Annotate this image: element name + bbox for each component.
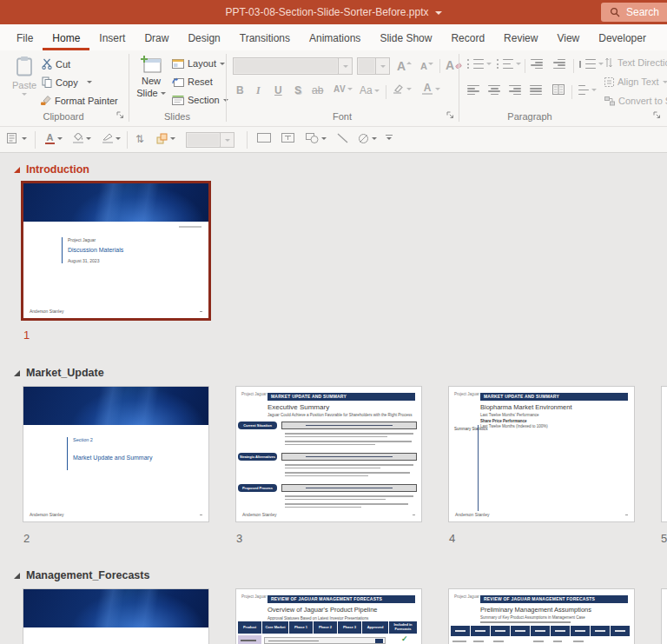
increase-indent-button[interactable] (553, 59, 565, 69)
separator (35, 131, 36, 149)
decrease-font-size-button[interactable]: A (420, 61, 433, 71)
tab-slide-show[interactable]: Slide Show (370, 25, 441, 50)
tab-animations[interactable]: Animations (300, 25, 370, 50)
tab-draw[interactable]: Draw (135, 25, 178, 50)
shape-outline-button[interactable] (102, 133, 121, 143)
convert-to-smartart-button[interactable]: Convert to S (604, 96, 667, 106)
copy-button[interactable]: Copy (42, 76, 92, 88)
font-size-combo[interactable] (357, 57, 390, 75)
align-right-button[interactable] (509, 85, 521, 95)
slide-thumbnail-8[interactable]: Project Jaguar REVIEW OF JAGUAR MANAGEME… (449, 589, 634, 644)
slide4-side-label: Summary Statistics (454, 427, 488, 432)
tab-view[interactable]: View (547, 25, 589, 50)
quick-style-combo[interactable] (186, 132, 234, 148)
strikethrough-button[interactable]: ab (312, 84, 323, 96)
layout-button[interactable]: Layout (172, 58, 225, 69)
paragraph-options-button[interactable] (7, 133, 27, 143)
slide6-banner-graphic (23, 589, 208, 627)
section-title: Introduction (26, 163, 89, 176)
tab-record[interactable]: Record (441, 25, 494, 50)
slide-sorter-canvas[interactable]: Introduction Project Jaguar Discussion M… (0, 153, 667, 644)
paste-button[interactable]: Paste (9, 56, 40, 96)
tab-home[interactable]: Home (43, 25, 89, 50)
oval-shape-button[interactable] (358, 133, 377, 144)
bullets-button[interactable] (467, 59, 492, 69)
tab-file[interactable]: File (7, 25, 43, 50)
text-shadow-button[interactable]: S (294, 84, 301, 96)
text-box-button[interactable] (281, 133, 294, 143)
italic-button[interactable]: I (256, 84, 261, 97)
slide-thumbnail-7[interactable]: Project Jaguar REVIEW OF JAGUAR MANAGEME… (236, 589, 421, 644)
line-shape-button[interactable] (337, 133, 348, 143)
decrease-indent-button[interactable] (531, 59, 543, 69)
rectangle-shape-button[interactable] (257, 133, 271, 143)
slide3-subtitle: Jaguar Could Achieve a Position Favorabl… (267, 413, 413, 418)
slide-thumbnail-5[interactable] (662, 387, 667, 521)
section-header-introduction[interactable]: Introduction (14, 163, 89, 176)
toolbar-overflow-button[interactable] (386, 135, 393, 140)
slide-thumbnail-9[interactable] (662, 589, 667, 644)
section-button[interactable]: Section (172, 95, 228, 105)
slide-thumbnail-4[interactable]: Project Jaguar MARKET UPDATE AND SUMMARY… (449, 387, 634, 521)
arrange-order-button[interactable] (156, 133, 175, 144)
separator (127, 131, 128, 149)
change-case-button[interactable]: Aa (360, 84, 380, 96)
underline-button[interactable]: U (274, 84, 282, 96)
align-right-icon (509, 85, 521, 95)
tab-developer[interactable]: Developer (589, 25, 656, 50)
bullets-caret (486, 63, 492, 65)
shapes-caret (321, 137, 327, 140)
font-group-label: Font (226, 111, 459, 122)
slide-thumbnail-1[interactable]: Project Jaguar Discussion Materials Augu… (23, 183, 208, 318)
align-left-button[interactable] (467, 85, 479, 95)
cut-button[interactable]: Cut (42, 58, 70, 70)
clipboard-dialog-launcher[interactable] (116, 111, 124, 119)
bold-button[interactable]: B (236, 84, 244, 96)
slide-thumbnail-6[interactable] (23, 589, 208, 644)
columns-button[interactable] (552, 84, 565, 95)
align-text-button[interactable]: Align Text (604, 76, 667, 87)
section-header-management-forecasts[interactable]: Management_Forecasts (14, 569, 149, 581)
font-color-quick-button[interactable]: A (45, 133, 63, 144)
line-spacing-button[interactable] (579, 59, 604, 69)
tab-transitions[interactable]: Transitions (230, 25, 300, 50)
numbering-button[interactable] (497, 59, 521, 69)
slide4-number-label: 4 (449, 532, 455, 545)
paragraph-group-label: Paragraph (459, 111, 601, 122)
format-painter-button[interactable]: Format Painter (40, 95, 118, 106)
font-size-value (359, 59, 374, 73)
slide-thumbnail-3[interactable]: Project Jaguar MARKET UPDATE AND SUMMARY… (236, 387, 421, 521)
oval-slash-icon (358, 133, 369, 144)
font-color-button[interactable]: A (422, 83, 440, 95)
font-name-combo[interactable] (233, 57, 353, 75)
search-box[interactable]: Search (601, 3, 667, 22)
shape-fill-button[interactable] (73, 133, 91, 143)
list-level-button[interactable] (578, 85, 597, 95)
reset-button[interactable]: Reset (172, 76, 213, 87)
sort-order-button[interactable]: ⇅ (135, 133, 144, 145)
shape-fill-caret (86, 137, 91, 140)
text-highlight-button[interactable] (393, 83, 412, 94)
separator (525, 59, 525, 73)
tab-design[interactable]: Design (178, 25, 229, 50)
text-direction-button[interactable]: Text Directio (604, 57, 667, 68)
clear-formatting-button[interactable]: A (446, 58, 462, 72)
increase-font-size-button[interactable]: A (397, 59, 412, 73)
character-spacing-button[interactable]: AV (334, 84, 353, 94)
align-center-button[interactable] (488, 85, 500, 95)
slide-thumbnail-2[interactable]: Section 2 Market Update and Summary Ande… (23, 387, 208, 521)
text-box-icon (281, 133, 294, 143)
paragraph-dialog-launcher[interactable] (653, 111, 661, 119)
slide3-number-label: 3 (236, 532, 242, 545)
tab-review[interactable]: Review (494, 25, 547, 50)
outline-pen-icon (102, 133, 113, 143)
new-slide-button[interactable]: New Slide (134, 55, 168, 98)
tab-insert[interactable]: Insert (89, 25, 135, 50)
shapes-gallery-button[interactable] (306, 133, 327, 143)
line-spacing-arrows-icon (579, 59, 581, 69)
ribbon-tab-bar: File Home Insert Draw Design Transitions… (0, 24, 667, 50)
section-header-market-update[interactable]: Market_Update (14, 367, 104, 379)
justify-button[interactable] (530, 85, 542, 95)
font-dialog-launcher[interactable] (446, 111, 454, 119)
document-title-area[interactable]: PPT-03-08-Section-Slide-Sorter-Before.pp… (0, 0, 667, 24)
